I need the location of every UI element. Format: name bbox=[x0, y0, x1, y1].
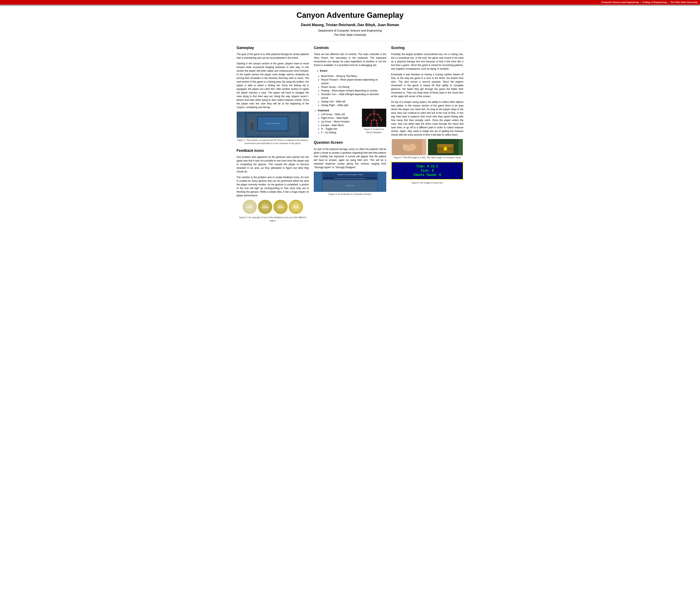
kinect-item-0: Bend Down – Bring up Tool Menu bbox=[321, 74, 386, 78]
gameplay-para2: Starting in the canyon section of the ga… bbox=[237, 62, 309, 109]
kinect-section: Kinect Bend Down – Bring up Tool Menu Re… bbox=[314, 69, 386, 107]
feedback-para2: The solution to the problem was to creat… bbox=[237, 176, 309, 197]
right-column: Scoring Probably the largest problem enc… bbox=[391, 45, 463, 225]
figure4-question-caption: Figure 4. An Example of a Question Scree… bbox=[314, 193, 386, 196]
feedback-icons-row: REACH FORWARD REACH FORWARD REACH FORWAR… bbox=[237, 200, 309, 214]
figure2-caption: Figure 2. An example of one of the feedb… bbox=[237, 216, 309, 222]
three-columns: Gameplay The goal of the game is to offe… bbox=[237, 45, 463, 225]
keyboard-list: Keyboard Left Arrow – Slide Left Right A… bbox=[314, 109, 360, 136]
scoring-para2: Eventually it was decided on having a sc… bbox=[391, 73, 463, 98]
page-title: Canyon Adventure Gameplay bbox=[237, 10, 463, 20]
feedback-icon-3: REACH FORWARD bbox=[273, 200, 287, 214]
kinect-figure-container: Figure 3. A view of a Kinect Skeleton bbox=[362, 109, 386, 134]
question-para1: As part of the physical therapy, every s… bbox=[314, 147, 386, 169]
controls-heading: Controls bbox=[314, 45, 386, 51]
title-section: Canyon Adventure Gameplay David Maung, T… bbox=[237, 10, 463, 37]
kinect-item-3: Rowing – Move player forward depending o… bbox=[321, 89, 386, 93]
figure4-question-container: Question to survey how player is feeling… bbox=[314, 172, 386, 196]
kb-item-5: F – Go fishing bbox=[321, 131, 360, 134]
kb-item-0: Left Arrow – Slide Left bbox=[321, 112, 360, 116]
question-screen-image: Question to survey how player is feeling… bbox=[314, 172, 386, 192]
svg-rect-54 bbox=[437, 144, 454, 147]
chest-image bbox=[428, 139, 463, 155]
kinect-skeleton-image bbox=[362, 109, 386, 127]
cs-dept-label: Computer Science and Engineering bbox=[601, 1, 639, 4]
figure1-container: Game Screenshot Figure 1. The posture re… bbox=[237, 112, 309, 145]
feedback-icon-1: REACH FORWARD bbox=[243, 200, 257, 214]
svg-rect-6 bbox=[250, 123, 253, 130]
scoring-para3: On top of a simple racing aspect, the ab… bbox=[391, 100, 463, 137]
chest-svg bbox=[428, 139, 463, 155]
question-screen-svg: Question to survey how player is feeling… bbox=[314, 172, 385, 192]
svg-point-5 bbox=[250, 119, 254, 123]
feedback-icon-2: REACH FORWARD bbox=[258, 200, 272, 214]
feedback-heading: Feedback Icons bbox=[237, 148, 309, 153]
authors: David Maung, Tristan Reichardt, Dan Biby… bbox=[237, 23, 463, 28]
svg-text:Game View: Game View bbox=[346, 185, 354, 186]
gameplay-heading: Gameplay bbox=[237, 45, 309, 51]
score-fish: Fish: 0 bbox=[394, 169, 460, 173]
kb-item-1: Right Arrow – Slide Right bbox=[321, 116, 360, 120]
kinect-item-6: Sweep Right – Slide right bbox=[321, 103, 386, 107]
fish-image bbox=[392, 139, 427, 155]
department: Department of Computer Science and Engin… bbox=[237, 29, 463, 33]
feedback-icon-4: REACH FORWARD bbox=[289, 200, 303, 214]
title-divider bbox=[237, 41, 463, 41]
keyboard-items-list: Left Arrow – Slide Left Right Arrow – Sl… bbox=[321, 112, 360, 134]
score-chests: Chests found: 0 bbox=[394, 173, 460, 177]
svg-point-23 bbox=[374, 114, 375, 115]
scoring-para1: Probably the largest problem encountered… bbox=[391, 52, 463, 71]
kinect-item-5: Sweep Left – Slide left bbox=[321, 100, 386, 103]
kinect-item-1: Reach Forward – Move player forward depe… bbox=[321, 78, 386, 85]
gameplay-para1: The goal of the game is to offer physica… bbox=[237, 52, 309, 60]
keyboard-label: Keyboard bbox=[318, 109, 329, 112]
figure1-svg: Game Screenshot bbox=[237, 112, 309, 138]
kinect-items-list: Bend Down – Bring up Tool Menu Reach For… bbox=[321, 74, 386, 107]
question-heading: Question Screen bbox=[314, 140, 386, 145]
sep1: ■ bbox=[640, 1, 641, 4]
svg-point-21 bbox=[380, 120, 382, 121]
svg-point-49 bbox=[404, 146, 405, 147]
keyboard-row: Keyboard Left Arrow – Slide Left Right A… bbox=[314, 109, 386, 136]
header-bar: Computer Science and Engineering ■ Colle… bbox=[0, 0, 700, 5]
kinect-header-list: Kinect bbox=[320, 69, 386, 73]
fish-chest-row bbox=[391, 139, 463, 155]
fish-svg bbox=[392, 139, 427, 155]
svg-text:Strongly Disagree   Disagree  : Strongly Disagree Disagree Neutral Agree… bbox=[335, 178, 366, 179]
kb-item-2: Up Arrow – Move Forward bbox=[321, 120, 360, 123]
main-content: Canyon Adventure Gameplay David Maung, T… bbox=[228, 6, 472, 231]
figure5-caption: Figure 5. An image of score box bbox=[391, 181, 463, 184]
middle-column: Controls There are two different sets of… bbox=[314, 45, 386, 225]
kb-item-3: Escape – Main Menu bbox=[321, 123, 360, 127]
left-column: Gameplay The goal of the game is to offe… bbox=[237, 45, 309, 225]
score-time: Time: 0:15.5 bbox=[394, 164, 460, 169]
kinect-label: Kinect bbox=[320, 69, 327, 72]
figure5-container: Time: 0:15.5 Fish: 0 Chests found: 0 Fig… bbox=[391, 162, 463, 184]
svg-point-15 bbox=[366, 120, 367, 121]
kinect-skeleton-svg bbox=[362, 109, 386, 127]
keyboard-header-list: Keyboard bbox=[318, 109, 360, 112]
svg-text:Game Screenshot: Game Screenshot bbox=[266, 123, 280, 124]
kinect-item-4: Shoulder Turn – Slide left/right dependi… bbox=[321, 93, 386, 100]
figure3-caption: Figure 3. A view of a Kinect Skeleton bbox=[362, 128, 386, 134]
svg-rect-56 bbox=[444, 148, 447, 150]
figure4-images-container: Figure 4. The left image is a fish. The … bbox=[391, 139, 463, 159]
feedback-para1: One problem that appeared as the gesture… bbox=[237, 155, 309, 173]
kb-item-4: N – Toggle Net bbox=[321, 127, 360, 131]
scoring-heading: Scoring bbox=[391, 45, 463, 51]
figure1-caption: Figure 1. The posture recognized by the … bbox=[237, 139, 309, 145]
svg-point-30 bbox=[370, 125, 372, 126]
svg-point-50 bbox=[402, 147, 403, 148]
figure4-images-caption: Figure 4. The left image is a fish. The … bbox=[391, 156, 463, 159]
svg-point-36 bbox=[377, 125, 378, 126]
svg-text:Question to survey how player : Question to survey how player is feeling bbox=[337, 174, 363, 176]
kinect-item-2: Reach Scoop – Go fishing bbox=[321, 85, 386, 89]
controls-intro: There are two different sets of controls… bbox=[314, 52, 386, 67]
sep2: ■ bbox=[668, 1, 669, 4]
figure2-container: REACH FORWARD REACH FORWARD REACH FORWAR… bbox=[237, 200, 309, 222]
figure1-image: Game Screenshot bbox=[237, 112, 309, 138]
university-name: The Ohio State University bbox=[237, 33, 463, 37]
score-box: Time: 0:15.5 Fish: 0 Chests found: 0 bbox=[391, 162, 463, 180]
college-label: College of Engineering bbox=[643, 1, 667, 4]
university-label: The Ohio State University bbox=[670, 1, 698, 4]
